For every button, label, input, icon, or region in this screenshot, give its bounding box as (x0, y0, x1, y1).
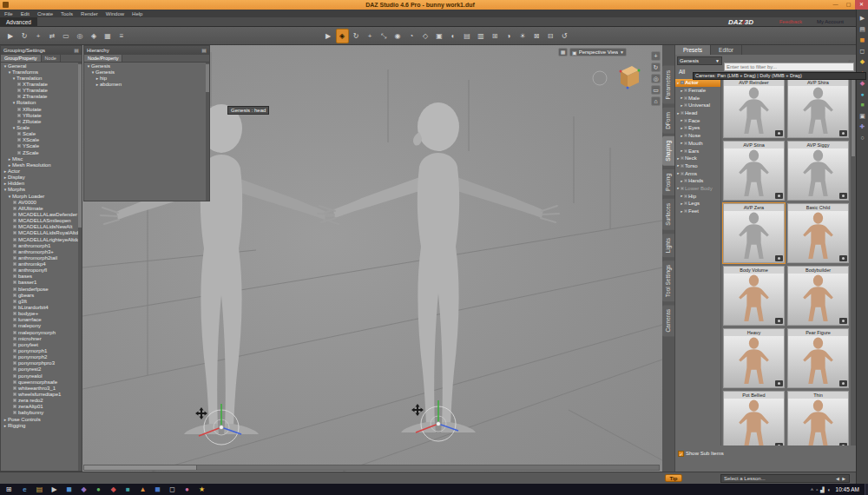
frame-tool[interactable]: ▭ (60, 29, 73, 43)
menu-tools[interactable]: Tools (61, 11, 73, 16)
cameras-panel-icon[interactable]: ▣ (858, 112, 867, 120)
scale-tool[interactable]: ⤡ (378, 29, 391, 43)
grouping-item-general[interactable]: ▾General (1, 63, 78, 69)
render-button[interactable]: ▤ (461, 29, 474, 43)
grouping-item-anthromkp4[interactable]: anthromkp4 (1, 261, 78, 267)
mail-icon[interactable]: ● (91, 484, 106, 495)
category-feet[interactable]: ▸Feet (675, 208, 720, 215)
preset-avp-zera[interactable]: AVP Zera (723, 203, 785, 263)
menu-edit[interactable]: Edit (21, 11, 30, 16)
grouping-item-ytranslate[interactable]: YTranslate (1, 88, 78, 94)
scene-panel-icon[interactable]: ▤ (858, 25, 867, 33)
preset-avp-siggy[interactable]: AVP Siggy (787, 141, 849, 201)
grouping-item-gbears[interactable]: gbears (1, 292, 78, 298)
app5-icon[interactable]: ● (180, 484, 194, 495)
menu-render[interactable]: Render (81, 11, 98, 16)
grouping-item-scale[interactable]: ▾Scale (1, 124, 78, 130)
tray-app-icon[interactable]: ▫ (816, 487, 818, 492)
grouping-item-lunarrface[interactable]: lunarrface (1, 317, 78, 323)
grouping-item-ponymorph1[interactable]: ponymorph1 (1, 347, 78, 353)
preset-avp-stina[interactable]: AVP Stina (723, 141, 785, 201)
grouping-item-yrotate[interactable]: YRotate (1, 112, 78, 118)
category-torso[interactable]: ▸Torso (675, 162, 720, 170)
grouping-item-hidden[interactable]: ▸Hidden (1, 181, 78, 187)
category-nose[interactable]: ▸Nose (675, 132, 720, 140)
render-panel-icon[interactable]: ✚ (858, 122, 867, 130)
preset-bodybuilder[interactable]: Bodybuilder (787, 266, 849, 326)
grouping-item-ponyfeet[interactable]: ponyfeet (1, 341, 78, 347)
memorize-button[interactable]: ⊟ (544, 29, 557, 43)
preset-avp-shira[interactable]: AVP Shira (787, 78, 849, 138)
grouping-item-zeraaltp01[interactable]: zeraAltp01 (1, 404, 78, 410)
hierarchy-item-genesis[interactable]: ▾Genesis (84, 63, 206, 69)
category-eyes[interactable]: ▸Eyes (675, 124, 720, 132)
grouping-item-transforms[interactable]: ▾Transforms (1, 69, 78, 75)
grouping-item-mcadellalidsnewalt[interactable]: MCADELLALidsNewAlt (1, 224, 78, 230)
active-pose-tool[interactable]: ◉ (391, 29, 404, 43)
hierarchy-item-hip[interactable]: ▸hip (84, 75, 206, 81)
category-head[interactable]: ▸Head (675, 109, 720, 117)
show-desktop-button[interactable] (865, 484, 868, 495)
grouping-item-translation[interactable]: ▾Translation (1, 75, 78, 81)
media-icon[interactable]: ▶ (47, 484, 62, 495)
grouping-item-ztranslate[interactable]: ZTranslate (1, 94, 78, 100)
feedback-link[interactable]: Feedback (779, 17, 802, 27)
app1-icon[interactable]: ◆ (106, 484, 121, 495)
my-account-link[interactable]: My Account (817, 17, 844, 27)
tab-dform[interactable]: DForm (662, 108, 674, 134)
pointer-panel-icon[interactable]: ▶ (858, 14, 867, 22)
grouping-item-zscale[interactable]: ZScale (1, 149, 78, 155)
hierarchy-item-genesis[interactable]: ▾Genesis (84, 69, 206, 75)
node-select-tool[interactable]: ▶ (4, 29, 17, 43)
category-lower-body[interactable]: ▸Lower Body (675, 185, 720, 193)
help-panel-icon[interactable]: ○ (858, 134, 867, 142)
grouping-item-whiteearthro3-1[interactable]: whiteearthro3_1 (1, 385, 78, 391)
maximize-button[interactable]: ▢ (842, 0, 855, 10)
show-sub-items-checkbox[interactable]: ✓ (678, 451, 684, 457)
grouping-item-mesh-resolution[interactable]: ▸Mesh Resolution (1, 162, 78, 168)
app4-icon[interactable]: ◻ (165, 484, 180, 495)
tab-cameras[interactable]: Cameras (662, 305, 674, 336)
network-icon[interactable]: ▟ (820, 486, 825, 492)
node-tool[interactable]: ◇ (419, 29, 432, 43)
grouping-item-rotation[interactable]: ▾Rotation (1, 100, 78, 106)
grouping-item-anthromorph1[interactable]: anthromorph1 (1, 242, 78, 248)
minimize-button[interactable]: — (829, 0, 842, 10)
preset-avp-reindeer[interactable]: AVP Reindeer (723, 78, 785, 138)
tab-editor[interactable]: Editor (711, 45, 742, 55)
viewport-options-icon[interactable]: ▦ (558, 48, 568, 56)
grouping-item-queenmorphsafe[interactable]: queenmorphsafe (1, 379, 78, 385)
tip-button[interactable]: Tip (665, 474, 682, 482)
fit-tool[interactable]: ◈ (88, 29, 101, 43)
lock-button[interactable]: ⊠ (530, 29, 543, 43)
tab-node-property[interactable]: Node/Property (84, 55, 122, 62)
grouping-item-rigging[interactable]: ▸Rigging (1, 422, 78, 428)
grouping-item-morph-loader[interactable]: ▾Morph Loader (1, 193, 78, 199)
category-male[interactable]: ▸Male (675, 94, 720, 102)
spot-render-tool[interactable]: ◐ (447, 29, 460, 43)
tab-presets[interactable]: Presets (675, 45, 711, 55)
grouping-item-morphs[interactable]: ▾Morphs (1, 187, 78, 193)
grouping-item-xscale[interactable]: XScale (1, 137, 78, 143)
view-cube[interactable] (593, 66, 641, 89)
light-button[interactable]: ☀ (516, 29, 529, 43)
menu-window[interactable]: Window (106, 11, 124, 16)
category-mouth[interactable]: ▸Mouth (675, 140, 720, 148)
category-hands[interactable]: ▸Hands (675, 177, 720, 185)
tab-parameters[interactable]: Parameters (662, 66, 674, 104)
camera-button[interactable]: ◑ (503, 29, 516, 43)
category-female[interactable]: ▸Female (675, 87, 720, 95)
grouping-item-malepony[interactable]: malepony (1, 323, 78, 329)
grouping-item-allultimate[interactable]: AllUltimate (1, 205, 78, 211)
tab-shaping[interactable]: Shaping (662, 136, 674, 166)
preset-body-volume[interactable]: Body Volume (723, 266, 785, 326)
presets-panel-icon[interactable]: ◆ (858, 57, 867, 65)
dolly-tool[interactable]: ⇄ (46, 29, 59, 43)
grouping-item-actor[interactable]: ▸Actor (1, 168, 78, 174)
select-tool[interactable]: ▶ (322, 29, 335, 43)
category-legs[interactable]: ▸Legs (675, 200, 720, 208)
grouping-item-bodype[interactable]: bodype+ (1, 311, 78, 317)
tab-posing[interactable]: Posing (662, 169, 674, 195)
ie-icon[interactable]: e (17, 484, 32, 495)
category-universal[interactable]: ▸Universal (675, 102, 720, 109)
